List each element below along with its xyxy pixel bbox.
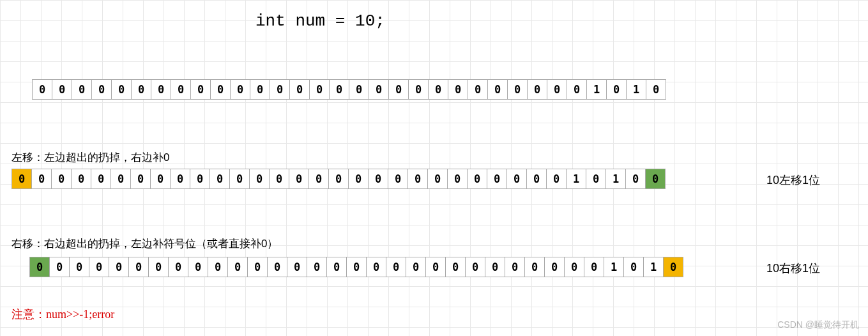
bit-cell: 0 — [148, 257, 169, 277]
bit-cell: 0 — [267, 257, 287, 277]
label-left-shift: 左移：左边超出的扔掉，右边补0 — [11, 150, 169, 165]
bit-cell: 0 — [247, 257, 268, 277]
bit-cell: 0 — [526, 169, 547, 189]
bit-cell: 0 — [326, 257, 347, 277]
watermark: CSDN @睡觉待开机 — [777, 319, 859, 331]
bit-cell: 0 — [49, 257, 70, 277]
bit-cell: 0 — [447, 169, 468, 189]
bit-cell: 0 — [307, 257, 327, 277]
bit-cell: 0 — [110, 169, 131, 189]
bit-cell: 0 — [328, 169, 349, 189]
bit-cell: 0 — [269, 169, 289, 189]
bit-cell: 0 — [230, 79, 250, 100]
bit-cell: 1 — [605, 169, 626, 189]
bit-cell: 0 — [425, 257, 446, 277]
bit-cell: 0 — [663, 257, 683, 277]
bit-cell: 0 — [128, 257, 149, 277]
bit-cell: 0 — [188, 257, 208, 277]
bit-cell: 0 — [564, 257, 584, 277]
bit-cell: 0 — [505, 257, 525, 277]
bit-cell: 0 — [168, 257, 188, 277]
bit-cell: 0 — [388, 79, 409, 100]
bit-cell: 0 — [465, 257, 485, 277]
bit-cell: 0 — [170, 169, 190, 189]
error-note: 注意：num>>-1;error — [11, 307, 114, 322]
bit-cell: 0 — [567, 79, 587, 100]
bit-cell: 0 — [89, 257, 109, 277]
bit-cell: 0 — [487, 169, 507, 189]
bit-cell: 1 — [586, 79, 607, 100]
bit-cell: 0 — [445, 257, 466, 277]
bit-cell: 0 — [467, 169, 487, 189]
bit-cell: 0 — [289, 79, 310, 100]
bit-cell: 0 — [31, 169, 52, 189]
bit-cell: 0 — [72, 79, 92, 100]
bit-cell: 0 — [348, 169, 369, 189]
bit-cell: 0 — [150, 169, 171, 189]
bit-cell: 0 — [427, 169, 448, 189]
bit-cell: 0 — [151, 79, 171, 100]
bit-cell: 0 — [527, 79, 547, 100]
bit-cell: 0 — [448, 79, 468, 100]
label-right-shift: 右移：右边超出的扔掉，左边补符号位（或者直接补0） — [11, 236, 278, 251]
bit-cell: 0 — [524, 257, 545, 277]
bit-cell: 0 — [369, 79, 389, 100]
bit-cell: 0 — [190, 169, 210, 189]
bit-cell: 0 — [407, 169, 428, 189]
bit-cell: 0 — [368, 169, 388, 189]
bit-cell: 0 — [29, 257, 50, 277]
bit-cell: 0 — [329, 79, 349, 100]
bit-cell: 0 — [130, 169, 151, 189]
bit-cell: 0 — [349, 79, 369, 100]
bit-cell: 0 — [586, 169, 606, 189]
bit-cell: 0 — [250, 79, 270, 100]
bit-cell: 0 — [208, 257, 228, 277]
bit-row-right-shift: 000000000000000000000000000001010 — [29, 257, 683, 277]
bit-cell: 0 — [91, 169, 111, 189]
bit-cell: 0 — [584, 257, 604, 277]
bit-cell: 0 — [32, 79, 52, 100]
title-code: int num = 10; — [255, 11, 385, 31]
bit-cell: 0 — [408, 79, 429, 100]
bit-cell: 0 — [309, 79, 330, 100]
bit-cell: 0 — [249, 169, 270, 189]
bit-row-original: 00000000000000000000000000001010 — [32, 79, 666, 100]
bit-cell: 0 — [646, 79, 666, 100]
bit-cell: 0 — [71, 169, 91, 189]
bit-cell: 0 — [406, 257, 426, 277]
bit-cell: 0 — [171, 79, 191, 100]
bit-row-left-shift: 000000000000000000000000000010100 — [11, 169, 666, 189]
bit-cell: 0 — [487, 79, 508, 100]
bit-cell: 1 — [604, 257, 624, 277]
bit-cell: 0 — [386, 257, 406, 277]
bit-cell: 0 — [547, 79, 567, 100]
bit-cell: 0 — [468, 79, 488, 100]
bit-cell: 0 — [111, 79, 132, 100]
bit-cell: 0 — [289, 169, 309, 189]
bit-cell: 0 — [625, 169, 646, 189]
bit-cell: 0 — [131, 79, 151, 100]
bit-cell: 0 — [91, 79, 112, 100]
bit-cell: 1 — [566, 169, 586, 189]
bit-cell: 0 — [229, 169, 250, 189]
bit-cell: 0 — [485, 257, 505, 277]
bit-cell: 0 — [428, 79, 448, 100]
bit-cell: 0 — [109, 257, 129, 277]
grid-background — [0, 0, 868, 336]
bit-cell: 0 — [346, 257, 367, 277]
bit-cell: 0 — [51, 169, 72, 189]
bit-cell: 1 — [643, 257, 664, 277]
side-label-right-shift: 10右移1位 — [766, 261, 820, 276]
bit-cell: 1 — [626, 79, 646, 100]
bit-cell: 0 — [11, 169, 32, 189]
bit-cell: 0 — [606, 79, 627, 100]
bit-cell: 0 — [287, 257, 307, 277]
bit-cell: 0 — [308, 169, 329, 189]
bit-cell: 0 — [645, 169, 666, 189]
bit-cell: 0 — [366, 257, 386, 277]
side-label-left-shift: 10左移1位 — [766, 172, 820, 188]
bit-cell: 0 — [544, 257, 565, 277]
bit-cell: 0 — [190, 79, 211, 100]
bit-cell: 0 — [210, 79, 231, 100]
bit-cell: 0 — [209, 169, 230, 189]
